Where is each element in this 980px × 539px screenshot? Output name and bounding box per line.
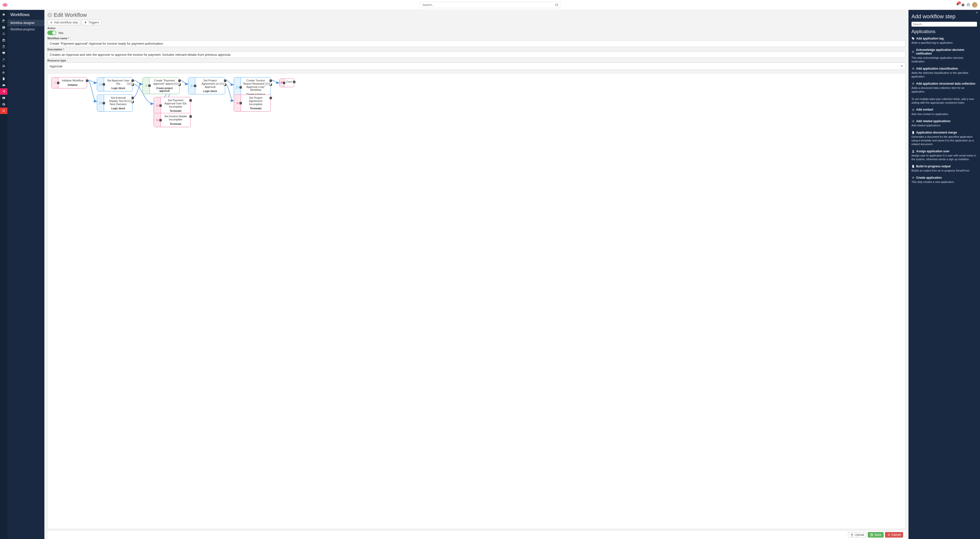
help-icon[interactable] xyxy=(961,3,965,7)
workflow-node-n5[interactable]: Set Payment Approval User IDs Incomplete… xyxy=(154,97,191,114)
workflow-name-input[interactable] xyxy=(47,40,905,47)
rail-id[interactable] xyxy=(0,95,7,101)
node-port-out[interactable] xyxy=(224,80,226,82)
rail-power[interactable] xyxy=(0,108,7,114)
global-search-button[interactable] xyxy=(554,2,559,7)
workflow-node-n1[interactable]: Initialise WorkflowInitialise xyxy=(51,77,87,88)
user-icon xyxy=(912,150,915,153)
step-option-title: Add application tag xyxy=(912,37,977,40)
node-port-out[interactable] xyxy=(178,80,181,82)
rail-gear[interactable] xyxy=(0,101,7,108)
step-option-3[interactable]: Add application structured data collecti… xyxy=(912,82,977,105)
rail-share[interactable] xyxy=(0,88,7,95)
workflow-node-n7[interactable]: Set Project Agreement on ApprovalLogic b… xyxy=(188,77,225,94)
node-port-out[interactable] xyxy=(131,97,134,99)
workflow-link[interactable] xyxy=(133,80,143,84)
node-port-in[interactable] xyxy=(57,82,59,84)
node-port-out[interactable] xyxy=(189,99,192,102)
description-input[interactable] xyxy=(47,51,905,58)
node-port-in[interactable] xyxy=(148,85,151,87)
global-search-input[interactable] xyxy=(420,2,560,8)
step-option-6[interactable]: Application document mergeGenerates a do… xyxy=(912,131,977,146)
rail-globe[interactable] xyxy=(0,24,7,30)
step-option-9[interactable]: Create applicationThis step creates a ne… xyxy=(912,176,977,184)
workflow-canvas[interactable]: Initialise WorkflowInitialiseSet Approve… xyxy=(47,73,905,529)
gear-icon xyxy=(2,103,5,106)
rail-clipboard[interactable] xyxy=(0,43,7,50)
rail-chart[interactable] xyxy=(0,69,7,75)
search-icon xyxy=(555,3,558,7)
save-button[interactable]: Save xyxy=(868,532,883,537)
window-icon[interactable] xyxy=(967,3,970,7)
user-avatar[interactable] xyxy=(972,2,978,8)
node-port-in[interactable] xyxy=(159,119,162,121)
workflow-link[interactable] xyxy=(87,80,97,83)
node-port-out[interactable] xyxy=(269,80,272,82)
node-port-out[interactable] xyxy=(189,115,192,118)
rail-cloud[interactable] xyxy=(0,82,7,88)
list-icon xyxy=(2,32,5,35)
step-option-1[interactable]: Acknowledge application decision notific… xyxy=(912,48,977,63)
step-option-2[interactable]: Add application classificationAdds the s… xyxy=(912,67,977,78)
workflow-node-n10[interactable]: Com xyxy=(279,78,294,87)
node-port-out[interactable] xyxy=(86,80,88,82)
step-option-8[interactable]: Build in-progress outputBuilds an output… xyxy=(912,164,977,172)
back-button[interactable] xyxy=(47,13,52,18)
node-port-in[interactable] xyxy=(103,83,105,86)
workflow-node-n2[interactable]: Set Approver User IDsLogic blockError xyxy=(97,77,133,91)
node-port-in[interactable] xyxy=(239,86,242,89)
node-port-out[interactable] xyxy=(293,81,296,83)
app-logo[interactable] xyxy=(3,3,7,7)
sidenav-item-0[interactable]: Workflow designer xyxy=(7,20,45,26)
workflow-link[interactable] xyxy=(225,84,234,101)
rail-users[interactable] xyxy=(0,63,7,69)
rail-file[interactable] xyxy=(0,75,7,82)
rail-monitor[interactable] xyxy=(0,50,7,56)
node-port-in[interactable] xyxy=(283,82,285,84)
node-subtitle: Logic block xyxy=(106,107,130,110)
workflow-node-n3[interactable]: Set External Display Text for Next Decis… xyxy=(97,94,133,112)
workflow-link[interactable] xyxy=(225,80,234,85)
upload-button[interactable]: Upload xyxy=(848,532,866,537)
node-port-in[interactable] xyxy=(103,102,105,104)
step-option-title: Create application xyxy=(912,176,977,179)
rail-calendar[interactable] xyxy=(0,18,7,24)
notifications-button[interactable]: 6 xyxy=(956,3,959,7)
plus-icon xyxy=(49,21,53,24)
add-workflow-step-button[interactable]: Add workflow step xyxy=(47,20,80,25)
node-title: Set Invoice Details Incomplete xyxy=(163,115,188,121)
rail-bank[interactable] xyxy=(0,37,7,43)
cancel-button[interactable]: Cancel xyxy=(885,532,903,537)
workflow-link[interactable] xyxy=(271,80,279,83)
workflow-link[interactable] xyxy=(87,80,97,101)
sidenav-item-1[interactable]: Workflow progress xyxy=(7,26,45,33)
workflow-node-n9[interactable]: Set Project Agreement IncompleteTerminat… xyxy=(234,94,271,112)
workflow-link[interactable] xyxy=(180,80,188,84)
rail-gavel[interactable] xyxy=(0,56,7,63)
node-port-in[interactable] xyxy=(239,102,242,104)
rail-list[interactable] xyxy=(0,30,7,37)
close-panel-button[interactable]: ✕ xyxy=(975,11,978,14)
triggers-button[interactable]: Triggers xyxy=(82,20,101,25)
workflow-link[interactable] xyxy=(133,84,143,98)
rail-home[interactable] xyxy=(0,11,7,18)
workflow-node-n4[interactable]: Create "Payment approval" approvalCreate… xyxy=(143,77,180,94)
topbar-right: 6 xyxy=(956,2,978,8)
step-search-input[interactable] xyxy=(912,22,977,27)
step-option-7[interactable]: Assign application userAssign user to ap… xyxy=(912,150,977,161)
node-body: Initialise WorkflowInitialise xyxy=(59,78,87,88)
plus-icon xyxy=(912,176,915,179)
node-subtitle: Terminate xyxy=(163,123,188,125)
step-option-desc: This step creates a new application. xyxy=(912,180,977,184)
monitor-icon xyxy=(2,51,5,55)
node-port-in[interactable] xyxy=(159,104,162,107)
step-option-5[interactable]: Add related applicationsAdd related appl… xyxy=(912,120,977,128)
workflow-node-n6[interactable]: Set Invoice Details IncompleteTerminate xyxy=(154,113,191,127)
node-port-out[interactable] xyxy=(131,80,134,82)
step-option-0[interactable]: Add application tagAdds a specified tag … xyxy=(912,37,977,45)
node-port-in[interactable] xyxy=(194,85,196,87)
step-option-4[interactable]: Add contactAdd new contact to applicatio… xyxy=(912,108,977,116)
resource-type-select[interactable]: Approval xyxy=(47,62,905,70)
node-port-out[interactable] xyxy=(269,97,272,99)
active-toggle[interactable] xyxy=(47,30,56,35)
